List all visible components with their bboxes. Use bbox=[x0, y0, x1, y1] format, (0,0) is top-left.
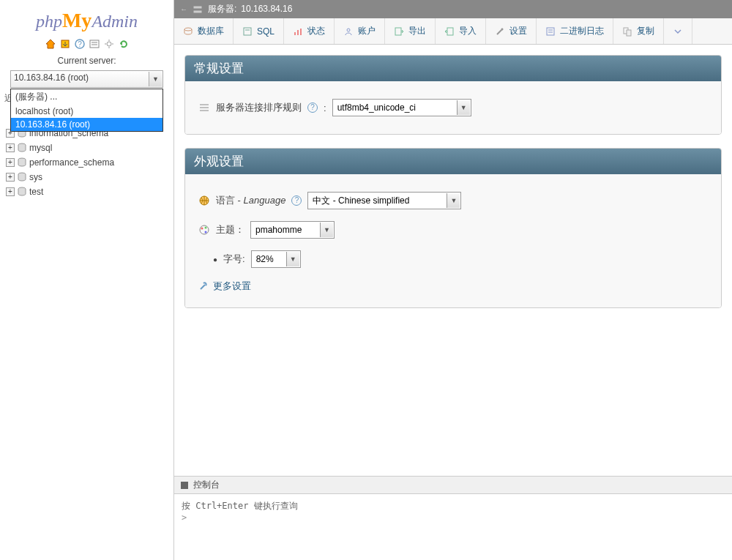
sidebar-iconbar: ? bbox=[0, 35, 173, 53]
logout-icon[interactable] bbox=[59, 38, 71, 50]
panel-appearance: 外观设置 语言 - Language ? 中文 - Chinese simpli… bbox=[184, 148, 722, 308]
fontsize-label: 字号: bbox=[223, 253, 245, 266]
svg-marker-0 bbox=[46, 40, 55, 48]
collation-icon bbox=[198, 102, 210, 113]
server-breadcrumb-icon bbox=[192, 4, 203, 15]
db-tree-item[interactable]: +performance_schema bbox=[6, 155, 173, 170]
database-icon bbox=[16, 157, 28, 168]
tab-settings[interactable]: 设置 bbox=[486, 18, 537, 44]
db-tree-item[interactable]: +sys bbox=[6, 170, 173, 184]
language-select[interactable]: 中文 - Chinese simplified bbox=[307, 192, 461, 209]
svg-rect-22 bbox=[193, 10, 202, 13]
tab-databases[interactable]: 数据库 bbox=[174, 18, 234, 44]
logo-php: php bbox=[36, 12, 62, 31]
svg-rect-28 bbox=[300, 29, 302, 35]
current-server-label: Current server: bbox=[0, 53, 173, 70]
database-icon bbox=[16, 171, 28, 183]
logo-admin: Admin bbox=[92, 12, 138, 31]
tab-users[interactable]: 账户 bbox=[335, 18, 385, 44]
more-settings-link[interactable]: 更多设置 bbox=[198, 274, 708, 296]
svg-rect-27 bbox=[297, 30, 299, 35]
bullet-icon: ● bbox=[213, 255, 217, 264]
svg-rect-21 bbox=[193, 6, 202, 9]
database-icon bbox=[16, 142, 28, 154]
svg-rect-30 bbox=[395, 28, 401, 35]
server-dropdown[interactable]: (服务器) ... localhost (root) 10.163.84.16 … bbox=[10, 89, 163, 132]
collation-row: 服务器连接排序规则 ? : utf8mb4_unicode_ci ▼ bbox=[198, 93, 708, 122]
svg-rect-4 bbox=[90, 40, 99, 48]
svg-rect-36 bbox=[627, 30, 631, 36]
svg-point-29 bbox=[347, 29, 350, 31]
tab-export[interactable]: 导出 bbox=[385, 18, 436, 44]
breadcrumb-server-label: 服务器: bbox=[208, 0, 236, 18]
tab-replication[interactable]: 复制 bbox=[613, 18, 664, 44]
logo[interactable]: phpMyAdmin bbox=[0, 0, 173, 35]
chevron-down-icon[interactable]: ▼ bbox=[149, 72, 162, 86]
content: 常规设置 服务器连接排序规则 ? : utf8mb4_unicode_ci ▼ … bbox=[174, 45, 732, 308]
svg-point-44 bbox=[205, 231, 207, 234]
expand-icon[interactable]: + bbox=[6, 187, 15, 196]
expand-icon[interactable]: + bbox=[6, 173, 15, 182]
console-hint: 按 Ctrl+Enter 键执行查询 bbox=[182, 500, 725, 512]
breadcrumb-server-value[interactable]: 10.163.84.16 bbox=[241, 0, 292, 18]
panel-general: 常规设置 服务器连接排序规则 ? : utf8mb4_unicode_ci ▼ bbox=[184, 55, 722, 135]
tab-import[interactable]: 导入 bbox=[436, 18, 486, 44]
svg-point-7 bbox=[107, 42, 111, 46]
tab-binlog[interactable]: 二进制日志 bbox=[537, 18, 613, 44]
expand-icon[interactable]: + bbox=[6, 158, 15, 167]
logo-my: My bbox=[62, 9, 92, 31]
server-select[interactable]: 10.163.84.16 (root) bbox=[10, 70, 163, 88]
theme-label: 主题： bbox=[216, 223, 244, 236]
language-row: 语言 - Language ? 中文 - Chinese simplified … bbox=[198, 186, 708, 215]
help-icon[interactable]: ? bbox=[307, 102, 318, 113]
console-title: 控制台 bbox=[193, 479, 220, 491]
server-option[interactable]: localhost (root) bbox=[11, 105, 163, 118]
gear-icon[interactable] bbox=[103, 38, 115, 50]
tab-status[interactable]: 状态 bbox=[284, 18, 335, 44]
console-toggle-icon[interactable] bbox=[180, 481, 189, 490]
help-icon[interactable]: ? bbox=[291, 195, 302, 206]
expand-icon[interactable]: + bbox=[6, 143, 15, 152]
wrench-icon bbox=[198, 281, 209, 291]
theme-row: 主题： pmahomme ▼ bbox=[198, 215, 708, 244]
reload-icon[interactable] bbox=[118, 38, 130, 50]
console-prompt: > bbox=[182, 512, 725, 523]
svg-point-43 bbox=[205, 227, 207, 229]
collation-label: 服务器连接排序规则 bbox=[216, 101, 302, 114]
db-tree-item[interactable]: +test bbox=[6, 184, 173, 199]
collation-select[interactable]: utf8mb4_unicode_ci bbox=[332, 99, 471, 116]
database-icon bbox=[16, 186, 28, 198]
sql-icon[interactable] bbox=[89, 38, 100, 50]
panel-appearance-header: 外观设置 bbox=[185, 149, 721, 174]
home-icon[interactable] bbox=[45, 38, 56, 50]
svg-point-42 bbox=[201, 228, 203, 230]
tabs: 数据库 SQL 状态 账户 导出 导入 设置 二进制日志 复制 bbox=[174, 18, 732, 45]
panel-general-header: 常规设置 bbox=[185, 56, 721, 81]
tab-more[interactable] bbox=[664, 18, 692, 44]
svg-rect-31 bbox=[447, 28, 453, 35]
main: ← 服务器: 10.163.84.16 数据库 SQL 状态 账户 导出 导入 … bbox=[174, 0, 732, 560]
db-tree-item[interactable]: +mysql bbox=[6, 141, 173, 155]
server-option[interactable]: (服务器) ... bbox=[11, 89, 163, 105]
collapse-nav-icon[interactable]: ← bbox=[180, 0, 187, 18]
svg-point-23 bbox=[184, 28, 192, 31]
fontsize-select[interactable]: 82% bbox=[251, 250, 301, 268]
console-body[interactable]: 按 Ctrl+Enter 键执行查询 > bbox=[174, 494, 732, 560]
theme-icon bbox=[198, 224, 210, 236]
tab-sql[interactable]: SQL bbox=[234, 18, 284, 44]
console-header[interactable]: 控制台 bbox=[174, 477, 732, 494]
svg-point-41 bbox=[200, 225, 209, 234]
server-option-selected[interactable]: 10.163.84.16 (root) bbox=[11, 118, 163, 131]
docs-icon[interactable]: ? bbox=[74, 38, 86, 50]
svg-rect-24 bbox=[244, 28, 251, 35]
svg-rect-32 bbox=[547, 28, 554, 35]
svg-text:?: ? bbox=[78, 40, 82, 48]
language-icon bbox=[198, 195, 210, 206]
theme-select[interactable]: pmahomme bbox=[250, 221, 335, 239]
language-label: 语言 - Language bbox=[216, 194, 285, 207]
svg-rect-26 bbox=[294, 32, 296, 35]
fontsize-row: ● 字号: 82% ▼ bbox=[198, 244, 708, 274]
sidebar: phpMyAdmin ? Current server: 10.163.84.1… bbox=[0, 0, 174, 560]
breadcrumb: ← 服务器: 10.163.84.16 bbox=[174, 0, 732, 18]
svg-rect-45 bbox=[181, 482, 188, 489]
